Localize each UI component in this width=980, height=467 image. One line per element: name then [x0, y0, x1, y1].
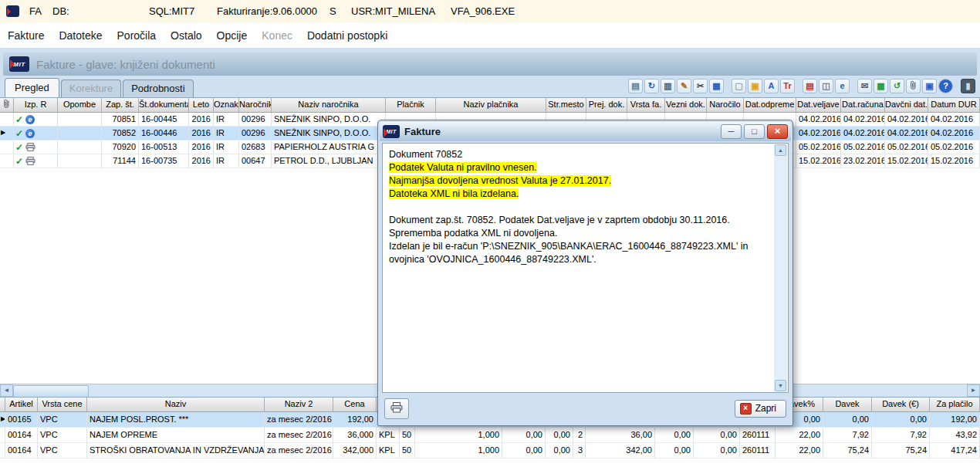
scroll-up-arrow-icon[interactable]: ▲ — [775, 144, 786, 156]
internet-icon[interactable]: e — [835, 79, 850, 93]
menu-item-fakture[interactable]: Fakture — [8, 29, 44, 42]
pdf-icon[interactable]: ▤ — [803, 79, 817, 93]
cell-zap: 70920 — [102, 140, 139, 154]
cell-davek: 75,24 — [823, 443, 872, 458]
table-icon[interactable]: ▦ — [709, 79, 724, 93]
menu-item-dodatni-postopki[interactable]: Dodatni postopki — [307, 29, 387, 42]
column-header-str_mesto[interactable]: Str.mesto — [546, 98, 586, 112]
zapri-button[interactable]: × Zapri — [735, 400, 786, 418]
cell-narocnik: 00296 — [239, 113, 272, 126]
column-header-zap[interactable]: Zap. št. — [102, 98, 139, 112]
column-header-naziv_narocnika[interactable]: Naziv naročnika — [272, 98, 386, 112]
close-button[interactable]: × — [767, 124, 788, 139]
column-header-dok[interactable]: Št.dokumenta — [139, 98, 189, 112]
column-header-naziv_placnika[interactable]: Naziv plačnika — [436, 98, 546, 112]
column-header-vrsta-cene[interactable]: Vrsta cene — [38, 398, 87, 411]
scroll-right-arrow-icon[interactable]: ► — [967, 384, 980, 397]
document-icon[interactable]: ▢ — [732, 79, 746, 93]
cell-c12: 3 — [573, 443, 586, 458]
print-button[interactable] — [384, 398, 409, 419]
cell-cena: 36,000 — [333, 428, 377, 442]
menu-item-poro-ila[interactable]: Poročila — [117, 29, 157, 42]
column-header-placnik[interactable]: Plačnik — [386, 98, 436, 112]
dialog-titlebar[interactable]: MIT Fakture ─ □ × — [380, 122, 791, 141]
attach-icon[interactable] — [906, 79, 921, 93]
column-header-dat_odpreme[interactable]: Dat.odpreme — [744, 98, 796, 112]
panel-toggle-icon[interactable]: ▮ — [961, 79, 975, 93]
toolbar: ▤↻▥✎✂▦▢▣ATr▤◫e✉▦↺▣?▮ — [628, 79, 975, 93]
paperclip-icon[interactable] — [0, 98, 14, 112]
column-header-davcni_dat[interactable]: Davčni dat. — [885, 98, 928, 112]
maximize-button[interactable]: □ — [744, 124, 765, 139]
cell-narocnik: 00296 — [239, 127, 272, 140]
item-row[interactable]: 00164VPCNAJEM OPREMEza mesec 2/201636,00… — [0, 428, 980, 443]
cell-ind — [0, 443, 5, 458]
column-header-narocilo[interactable]: Naročilo — [707, 98, 744, 112]
column-header-artikel[interactable]: Artikel — [5, 398, 38, 411]
cell-oznaka: IR — [214, 140, 239, 154]
scroll-left-arrow-icon[interactable]: ◄ — [0, 384, 13, 397]
column-header-opombe[interactable]: Opombe — [58, 98, 102, 112]
report-icon[interactable]: ▤ — [628, 79, 643, 93]
item-row[interactable]: 00164VPCSTROŠKI OBRATOVANJA IN VZDRŽEVAN… — [0, 443, 980, 459]
message-text: Izdelan je bil e-račun 'P:\SNEZNIK_905\B… — [389, 241, 748, 265]
menu-item-datoteke[interactable]: Datoteke — [59, 29, 102, 42]
column-header-dat_racuna[interactable]: Dat.računa — [841, 98, 885, 112]
cell-dok: 16-00735 — [139, 154, 189, 168]
window-titlebar[interactable]: MIT Fakture - glave: knjiženi dokumenti — [3, 52, 977, 76]
column-header-za-pla-ilo[interactable]: Za plačilo — [930, 398, 980, 411]
open-folder-icon[interactable]: ▣ — [748, 79, 762, 93]
scrollbar-thumb[interactable] — [13, 385, 89, 398]
check-icon: ✓ — [15, 114, 23, 125]
app-icon — [6, 5, 19, 17]
cell-oznaka: IR — [214, 127, 239, 140]
refresh-icon[interactable]: ↻ — [644, 79, 659, 93]
cell-izp: ✓e — [14, 113, 58, 126]
grid-export-icon[interactable]: ▦ — [874, 79, 888, 93]
highlighted-message-text: Podatek Valuta ni pravilno vnesen. — [389, 162, 537, 173]
cell-dok: 16-00445 — [139, 113, 189, 126]
dialog-scrollbar[interactable]: ▲ ▼ — [774, 144, 787, 391]
menu-item-opcije[interactable]: Opcije — [217, 29, 248, 42]
column-header-dat_veljave[interactable]: Dat.veljave — [796, 98, 841, 112]
export-icon[interactable]: ◫ — [819, 79, 833, 93]
column-header-narocnik[interactable]: Naročnik — [239, 98, 272, 112]
column-header-ind[interactable] — [0, 398, 5, 411]
edit-pencil-icon[interactable]: ✎ — [677, 79, 691, 93]
scroll-down-arrow-icon[interactable]: ▼ — [775, 380, 786, 391]
sync-icon[interactable]: ↺ — [890, 79, 904, 93]
tab-korekture: Korekture — [61, 80, 121, 97]
preview-icon[interactable]: ▥ — [661, 79, 675, 93]
column-header-naziv[interactable]: Naziv — [87, 398, 265, 411]
cell-za_placilo: 417,24 — [930, 443, 980, 458]
column-header-prej_dok[interactable]: Prej. dok. — [586, 98, 627, 112]
font-color-icon[interactable]: A — [764, 79, 779, 93]
tab-podrobnosti[interactable]: Podrobnosti — [123, 80, 193, 97]
save-icon[interactable]: ▣ — [922, 79, 937, 93]
font-style-icon[interactable]: Tr — [780, 79, 795, 93]
cell-naziv_narocnika: PETROL D.D., LJUBLJAN — [272, 154, 386, 168]
dialog-line: Datoteka XML ni bila izdelana. — [389, 188, 769, 201]
cut-icon[interactable]: ✂ — [693, 79, 708, 93]
send-mail-icon[interactable]: ✉ — [857, 79, 872, 93]
cell-zap: 71144 — [102, 154, 139, 168]
column-header-cena[interactable]: Cena — [333, 398, 377, 411]
column-header-izp[interactable]: Izp. R — [14, 98, 58, 112]
column-header-naziv-2[interactable]: Naziv 2 — [265, 398, 333, 411]
cell-naziv_narocnika: SNEŽNIK SINPO, D.O.O. — [272, 113, 386, 126]
column-header-davek[interactable]: Davek — [823, 398, 872, 411]
column-header-leto[interactable]: Leto — [189, 98, 214, 112]
cell-dat_veljave: 04.02.2016 — [796, 127, 841, 140]
tab-pregled[interactable]: Pregled — [5, 78, 59, 97]
column-header-oznaka[interactable]: Oznaka — [214, 98, 239, 112]
column-header-datum_dur[interactable]: Datum DUR — [928, 98, 980, 112]
help-icon[interactable]: ? — [938, 79, 953, 93]
column-header-vezni_dok[interactable]: Vezni dok. — [665, 98, 707, 112]
column-header-davek[interactable]: Davek (€) — [872, 398, 930, 411]
column-header-vrsta_fa[interactable]: Vrsta fa. — [627, 98, 665, 112]
check-icon: ✓ — [15, 128, 23, 139]
fakture-dialog: MIT Fakture ─ □ × Dokument 70852Podatek … — [377, 120, 793, 426]
menu-item-ostalo[interactable]: Ostalo — [171, 29, 201, 42]
minimize-button[interactable]: ─ — [721, 124, 742, 139]
partial-label: S — [329, 5, 336, 17]
